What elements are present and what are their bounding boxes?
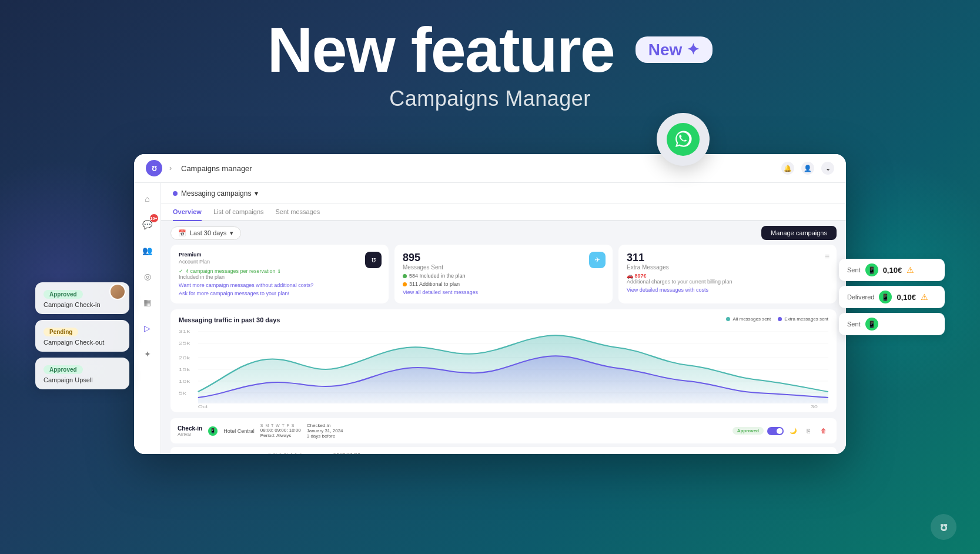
float-right-card-2: Delivered 📱 0,10€ ⚠ — [839, 286, 945, 308]
hero-subtitle: Campaigns Manager — [0, 86, 980, 111]
camp-schedule-1: S M T W T F S 08:00; 09:00; 10:00 Period… — [260, 423, 301, 438]
frc-label-2: Delivered — [847, 293, 874, 301]
extra-label: Extra Messages — [627, 264, 828, 271]
messages-sent-card: 895 Messages Sent ✈ 584 Included in the … — [394, 245, 613, 303]
campaign-row-1: Check-in Arrival 📱 Hotel Central S M T W… — [170, 418, 837, 443]
chevron-down-icon[interactable]: ⌄ — [821, 162, 834, 175]
camp-actions-1: Approved 🌙 ⎘ 🗑 — [733, 425, 830, 437]
camp-trigger-label-2: Checked-out — [333, 452, 370, 454]
frc-wa-icon-2: 📱 — [879, 291, 892, 303]
tab-sent-messages[interactable]: Sent messages — [276, 203, 320, 221]
moon-button-1[interactable]: 🌙 — [787, 425, 799, 437]
camp-days-2: S M T W T F S — [268, 452, 327, 454]
bottom-logo: ʊ — [931, 514, 956, 540]
camp-name-1: Check-in — [178, 425, 202, 432]
user-icon[interactable]: 👤 — [801, 162, 814, 175]
chevron-icon: ▾ — [255, 189, 258, 198]
sent-link[interactable]: View all detailed sent messages — [403, 289, 604, 295]
notif-badge: 10+ — [150, 214, 158, 222]
frc-warn-1: ⚠ — [907, 265, 914, 275]
hero-title: New feature New ✦ — [0, 16, 980, 83]
extra-value: 311 — [627, 252, 828, 264]
additional-text: 311 Additional to plan — [409, 281, 460, 287]
sidebar: ⌂ 💬 10+ 👥 ◎ ▦ ▷ ✦ — [134, 183, 161, 454]
sidebar-home-icon[interactable]: ⌂ — [139, 190, 156, 208]
float-right-card-3: Sent 📱 — [839, 313, 945, 335]
camp-trigger-1: Checked-in January 31, 2024 3 days befor… — [307, 423, 343, 439]
chart-card: Messaging traffic in past 30 days All me… — [170, 309, 837, 412]
svg-text:25k: 25k — [179, 341, 190, 346]
svg-text:15k: 15k — [179, 367, 190, 372]
sidebar-reports-icon[interactable]: ▦ — [139, 293, 156, 311]
included-text: 584 Included in the plan — [409, 273, 466, 279]
additional-row: 311 Additional to plan — [403, 281, 604, 287]
stats-row: Premium Account Plan ʊ ✓ 4 campaign mess… — [161, 245, 846, 309]
camp-type-1: Arrival — [178, 432, 202, 437]
premium-stat-card: Premium Account Plan ʊ ✓ 4 campaign mess… — [170, 245, 389, 303]
messaging-campaign-button[interactable]: Messaging campaigns ▾ — [173, 189, 258, 198]
tab-list-campaigns[interactable]: List of campaigns — [213, 203, 264, 221]
camp-actions-2: Rejected 🌙 ⎘ 🗑 — [735, 454, 830, 455]
svg-text:10k: 10k — [179, 379, 190, 384]
cost-link[interactable]: View detailed messages with costs — [627, 287, 828, 293]
stat-feature: ✓ 4 campaign messages per reservation ℹ — [179, 268, 380, 274]
dash-toolbar: Messaging campaigns ▾ — [161, 183, 846, 203]
date-filter-button[interactable]: 📅 Last 30 days ▾ — [170, 226, 241, 240]
float-name-1: Campaign Check-in — [44, 301, 121, 308]
date-filter-label: Last 30 days — [190, 229, 226, 236]
dash-tabs: Overview List of campaigns Sent messages — [161, 203, 846, 221]
manage-campaigns-button[interactable]: Manage campaigns — [761, 226, 837, 240]
moon-button-2[interactable]: 🌙 — [787, 454, 799, 455]
cost-value: 🚗 897€ — [627, 273, 828, 279]
stat-link-2[interactable]: Ask for more campaign messages to your p… — [179, 291, 380, 296]
tab-overview[interactable]: Overview — [173, 203, 202, 221]
svg-text:Oct: Oct — [198, 405, 208, 409]
action-bar: 📅 Last 30 days ▾ Manage campaigns — [161, 221, 846, 245]
sidebar-messages-icon[interactable]: 💬 10+ — [139, 216, 156, 233]
svg-text:5k: 5k — [179, 391, 187, 396]
float-card-3: Approved Campaign Upsell — [35, 358, 129, 389]
nav-chevron: › — [169, 164, 172, 172]
float-badge-pending-2: Pending — [44, 328, 78, 336]
sidebar-contacts-icon[interactable]: 👥 — [139, 242, 156, 259]
chart-legend: All messages sent Extra messages sent — [726, 316, 828, 322]
delete-button-1[interactable]: 🗑 — [818, 425, 830, 437]
floating-cards-right: Sent 📱 0,10€ ⚠ Delivered 📱 0,10€ ⚠ Sent … — [839, 259, 945, 335]
legend-label-1: All messages sent — [733, 316, 771, 322]
camp-days-1: S M T W T F S — [260, 423, 301, 428]
stat-feature-text: 4 campaign messages per reservation — [186, 268, 276, 274]
menu-icon: ≡ — [825, 252, 830, 261]
sidebar-analytics-icon[interactable]: ◎ — [139, 268, 156, 285]
cost-label: Additional charges to your current billi… — [627, 279, 828, 285]
frc-wa-icon-1: 📱 — [865, 263, 878, 276]
delete-button-2[interactable]: 🗑 — [818, 454, 830, 455]
messaging-dot — [173, 191, 178, 196]
camp-trigger-2: Checked-out January 31, 2024 3 days afte… — [333, 452, 370, 454]
floating-cards-left: Approved Campaign Check-in Pending Campa… — [35, 282, 129, 389]
float-card-inner-1: Approved Campaign Check-in — [44, 288, 121, 308]
app-logo: ʊ — [146, 160, 162, 176]
legend-extra-messages: Extra messages sent — [778, 316, 828, 322]
legend-dot-green — [726, 317, 730, 321]
sidebar-settings-icon[interactable]: ✦ — [139, 345, 156, 363]
bottom-logo-circle: ʊ — [931, 514, 956, 540]
camp-period-1: Period: Always — [260, 433, 301, 438]
plan-label: Account Plan — [179, 259, 380, 265]
dash-body: ⌂ 💬 10+ 👥 ◎ ▦ ▷ ✦ Messaging campaigns ▾ … — [134, 183, 846, 454]
toggle-on-1[interactable] — [767, 427, 784, 435]
float-avatar-1 — [109, 283, 126, 300]
copy-button-2[interactable]: ⎘ — [802, 454, 814, 455]
notification-icon[interactable]: 🔔 — [781, 162, 794, 175]
camp-schedule-2: S M T W T F S 08:00; 09:00; 10:00; 11:00… — [268, 452, 327, 454]
sparkle-icon: ✦ — [687, 42, 700, 58]
included-row: 584 Included in the plan — [403, 273, 604, 279]
premium-icon: ʊ — [365, 252, 382, 268]
new-badge[interactable]: New ✦ — [636, 36, 713, 63]
sidebar-campaigns-icon[interactable]: ▷ — [139, 319, 156, 337]
stat-link-1[interactable]: Want more campaign messages without addi… — [179, 282, 380, 288]
copy-button-1[interactable]: ⎘ — [802, 425, 814, 437]
svg-text:20k: 20k — [179, 355, 190, 361]
svg-text:31k: 31k — [179, 329, 190, 334]
svg-point-0 — [667, 123, 700, 156]
frc-label-1: Sent — [847, 266, 861, 273]
